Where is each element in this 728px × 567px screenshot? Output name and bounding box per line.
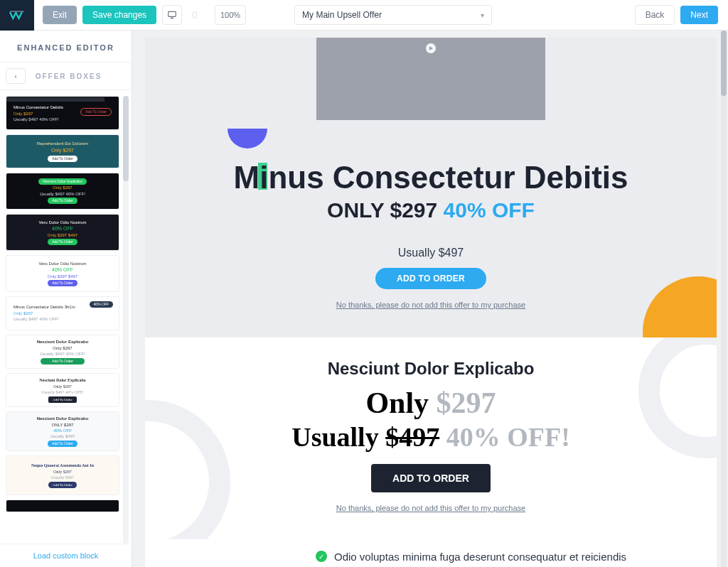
- svg-rect-4: [193, 12, 197, 18]
- topbar: Exit Save changes 100% My Main Upsell Of…: [0, 0, 728, 31]
- desktop-view-button[interactable]: [162, 5, 182, 25]
- logo-icon: [8, 6, 26, 24]
- offer-block-2[interactable]: Nesciunt Dolor Explicabo Only $297 Usual…: [145, 338, 717, 539]
- template-thumb-3[interactable]: Nesciunt Dolor Explicabo Only $297 Usual…: [6, 173, 119, 210]
- video-placeholder[interactable]: [316, 38, 545, 120]
- bullet-text: Odio voluptas minima fuga deserunt conse…: [334, 549, 674, 567]
- offer-select-value: My Main Upsell Offer: [302, 10, 382, 20]
- hero-price-line[interactable]: ONLY $297 40% OFF: [145, 198, 717, 222]
- hero-block[interactable]: Minus Consectetur Debitis ONLY $297 40% …: [145, 38, 717, 338]
- canvas-scrollbar-track: [721, 31, 727, 567]
- section-title: OFFER BOXES: [26, 72, 132, 80]
- section-breadcrumb: ‹ OFFER BOXES: [0, 62, 132, 90]
- check-icon: ✓: [316, 551, 327, 562]
- zoom-level[interactable]: 100%: [215, 5, 246, 25]
- back-button[interactable]: Back: [635, 5, 675, 25]
- svg-rect-1: [168, 11, 176, 16]
- sidebar-back-button[interactable]: ‹: [6, 68, 26, 84]
- add-to-order-button[interactable]: ADD TO ORDER: [375, 268, 486, 289]
- hero-heading[interactable]: Minus Consectetur Debitis: [145, 160, 717, 195]
- app-logo[interactable]: [0, 0, 34, 31]
- sidebar-scrollbar-thumb[interactable]: [123, 96, 129, 181]
- template-thumb-5[interactable]: Vero Dolor Odio Nostrum 40% OFF Only $29…: [6, 255, 119, 292]
- decoration-semicircle: [228, 129, 267, 148]
- save-changes-button[interactable]: Save changes: [82, 6, 156, 24]
- block2-only-price[interactable]: Only $297: [145, 386, 717, 420]
- exit-button[interactable]: Exit: [43, 6, 77, 24]
- canvas: Minus Consectetur Debitis ONLY $297 40% …: [132, 31, 728, 567]
- bullet-item[interactable]: ✓ Odio voluptas minima fuga deserunt con…: [316, 549, 674, 567]
- add-to-order-button-2[interactable]: ADD TO ORDER: [371, 464, 491, 492]
- offer-select[interactable]: My Main Upsell Offer ▾: [294, 5, 492, 25]
- next-button[interactable]: Next: [680, 6, 718, 24]
- template-thumb-11[interactable]: [6, 500, 119, 512]
- canvas-scrollbar-thumb[interactable]: [721, 31, 727, 96]
- load-custom-block-button[interactable]: Load custom block: [0, 544, 132, 567]
- template-thumb-4[interactable]: Vero Dolor Odio Nostrum 40% OFF Only $29…: [6, 214, 119, 251]
- bullets-block[interactable]: ✓ Odio voluptas minima fuga deserunt con…: [145, 539, 717, 567]
- page-preview[interactable]: Minus Consectetur Debitis ONLY $297 40% …: [145, 38, 717, 567]
- block2-title[interactable]: Nesciunt Dolor Explicabo: [145, 359, 717, 379]
- sidebar-title: ENHANCED EDITOR: [0, 31, 132, 62]
- no-thanks-link-2[interactable]: No thanks, please do not add this offer …: [145, 504, 717, 512]
- device-toggle-group: [162, 5, 205, 25]
- template-thumb-2[interactable]: Reprehenderit Est Dolorem Only $297 Add …: [6, 134, 119, 168]
- template-thumb-8[interactable]: Nesciunt Dolor Explicabo Only $297 Usual…: [6, 373, 119, 407]
- template-thumb-10[interactable]: Neque Quaerat Assumenda Aut In Only $297…: [6, 455, 119, 495]
- mobile-icon: [191, 10, 198, 20]
- decoration-circle: [643, 276, 717, 338]
- template-thumb-6[interactable]: Minus Consectetur Debitis 3h1m Only $297…: [6, 296, 119, 330]
- template-list: Minus Consectetur Debitis Only $297 Usua…: [0, 96, 132, 544]
- template-thumb-9[interactable]: Nesciunt Dolor Explicabo ONLY $297 40% O…: [6, 411, 119, 451]
- desktop-icon: [167, 10, 177, 20]
- template-thumb-1[interactable]: Minus Consectetur Debitis Only $297 Usua…: [6, 96, 119, 130]
- play-icon: [426, 43, 436, 53]
- mobile-view-button[interactable]: [185, 5, 205, 25]
- sidebar: ENHANCED EDITOR ‹ OFFER BOXES Minus Cons…: [0, 31, 132, 567]
- template-thumb-7[interactable]: Nesciunt Dolor Explicabo Only $297 Usual…: [6, 335, 119, 369]
- block2-usually-price[interactable]: Usually $497 40% OFF!: [145, 421, 717, 453]
- no-thanks-link[interactable]: No thanks, please do not add this offer …: [145, 301, 717, 309]
- chevron-down-icon: ▾: [481, 11, 484, 19]
- hero-usually[interactable]: Usually $497: [145, 247, 717, 259]
